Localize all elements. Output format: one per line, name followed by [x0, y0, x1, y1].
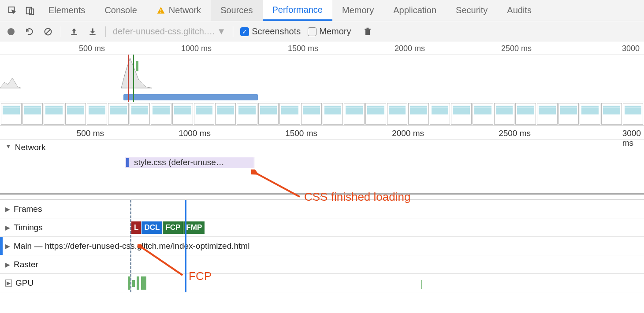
performance-toolbar: defer-unused-css.glitch.… ▼ ✓ Screenshot… — [0, 21, 644, 42]
memory-checkbox[interactable] — [308, 27, 316, 36]
frames-track[interactable]: ▶ Frames — [0, 200, 644, 218]
tab-performance[interactable]: Performance — [263, 0, 333, 21]
flamechart-pane: ▶ Frames ▶ Timings L DCL FCP FMP ▶ Main … — [0, 200, 644, 292]
tab-memory[interactable]: Memory — [332, 0, 383, 21]
screenshot-thumb[interactable] — [215, 103, 236, 125]
ruler-tick: 500 ms — [77, 129, 107, 138]
network-track-label: Network — [15, 143, 46, 152]
disclosure-icon[interactable]: ▶ — [5, 280, 12, 287]
tab-elements[interactable]: Elements — [39, 0, 95, 21]
network-request-label: style.css (defer-unuse… — [134, 158, 224, 167]
disclosure-icon[interactable]: ▶ — [5, 261, 10, 268]
screenshot-thumb[interactable] — [22, 103, 43, 125]
screenshot-thumb[interactable] — [108, 103, 129, 125]
network-track[interactable]: ▼ Network style.css (defer-unuse… — [0, 140, 644, 195]
network-request-bar[interactable]: style.css (defer-unuse… — [125, 157, 254, 168]
screenshot-thumb[interactable] — [473, 103, 493, 125]
ruler-tick: 1000 ms — [181, 44, 213, 53]
svg-rect-12 — [366, 27, 369, 29]
ruler-tick: 2000 ms — [392, 129, 427, 138]
screenshot-thumb[interactable] — [87, 103, 108, 125]
disclosure-icon[interactable]: ▶ — [5, 206, 10, 213]
device-toggle-icon[interactable] — [21, 6, 39, 15]
download-icon[interactable] — [87, 26, 98, 37]
record-icon[interactable] — [5, 26, 17, 37]
timings-track[interactable]: ▶ Timings L DCL FCP FMP — [0, 218, 644, 237]
timing-fcp-badge[interactable]: FCP — [163, 221, 183, 234]
screenshot-thumb[interactable] — [151, 103, 171, 125]
screenshot-thumb[interactable] — [494, 103, 515, 125]
overview-timeline[interactable]: 500 ms 1000 ms 1500 ms 2000 ms 2500 ms 3… — [0, 42, 644, 102]
timing-load-badge[interactable]: L — [131, 221, 141, 234]
separator — [61, 26, 61, 37]
screenshot-thumb[interactable] — [430, 103, 450, 125]
svg-rect-11 — [365, 29, 370, 30]
profile-name: defer-unused-css.glitch.… — [113, 26, 215, 37]
warning-icon — [156, 6, 165, 15]
selection-range-bar[interactable] — [123, 94, 258, 100]
inspect-element-icon[interactable] — [4, 6, 21, 15]
raster-track[interactable]: ▶ Raster — [0, 255, 644, 274]
screenshot-thumb[interactable] — [44, 103, 64, 125]
screenshot-thumb[interactable] — [365, 103, 386, 125]
screenshot-thumb[interactable] — [279, 103, 300, 125]
overview-ruler: 500 ms 1000 ms 1500 ms 2000 ms 2500 ms 3… — [0, 42, 644, 55]
screenshot-thumb[interactable] — [237, 103, 257, 125]
screenshot-thumb[interactable] — [1, 103, 22, 125]
screenshot-thumb[interactable] — [580, 103, 600, 125]
screenshot-thumb[interactable] — [451, 103, 472, 125]
screenshot-thumb[interactable] — [323, 103, 343, 125]
ruler-tick: 3000 — [622, 44, 641, 53]
tab-sources[interactable]: Sources — [211, 0, 262, 21]
timing-fmp-badge[interactable]: FMP — [183, 221, 205, 234]
screenshot-thumb[interactable] — [344, 103, 365, 125]
timing-badges: L DCL FCP FMP — [131, 221, 205, 234]
tab-audits[interactable]: Audits — [497, 0, 541, 21]
svg-line-7 — [46, 29, 50, 34]
screenshot-thumb[interactable] — [301, 103, 322, 125]
screenshots-checkbox-row[interactable]: ✓ Screenshots — [240, 26, 301, 37]
ruler-tick: 2000 ms — [395, 44, 427, 53]
overview-load-marker — [128, 55, 129, 102]
main-thread-track[interactable]: ▶ Main — https://defer-unused-css.glitch… — [0, 237, 644, 255]
disclosure-icon[interactable]: ▶ — [5, 224, 10, 231]
timing-dcl-badge[interactable]: DCL — [141, 221, 162, 234]
clear-icon[interactable] — [42, 26, 54, 37]
splitter-handle[interactable]: ⋯ — [0, 195, 644, 200]
disclosure-icon[interactable]: ▶ — [5, 243, 10, 250]
screenshot-thumb[interactable] — [194, 103, 215, 125]
screenshot-thumb[interactable] — [537, 103, 558, 125]
screenshots-checkbox[interactable]: ✓ — [240, 27, 249, 36]
screenshot-thumb[interactable] — [623, 103, 644, 125]
overview-flame[interactable] — [0, 55, 644, 102]
screenshot-thumb[interactable] — [601, 103, 622, 125]
tab-application[interactable]: Application — [383, 0, 446, 21]
gpu-track[interactable]: ▶ GPU — [0, 274, 644, 292]
tab-network[interactable]: Network — [147, 0, 211, 21]
screenshot-thumb[interactable] — [130, 103, 150, 125]
trash-icon[interactable] — [362, 26, 373, 37]
svg-rect-9 — [89, 34, 95, 35]
upload-icon[interactable] — [68, 26, 80, 37]
disclosure-icon[interactable]: ▼ — [5, 143, 11, 150]
separator — [233, 26, 233, 37]
svg-point-5 — [7, 28, 15, 35]
tab-console[interactable]: Console — [95, 0, 146, 21]
tab-security[interactable]: Security — [446, 0, 497, 21]
screenshot-thumb[interactable] — [387, 103, 408, 125]
screenshots-label: Screenshots — [252, 26, 301, 37]
screenshot-thumb[interactable] — [515, 103, 536, 125]
svg-rect-4 — [160, 12, 161, 13]
screenshot-thumb[interactable] — [65, 103, 86, 125]
screenshot-filmstrip[interactable] — [0, 102, 644, 126]
reload-icon[interactable] — [24, 26, 35, 37]
screenshot-thumb[interactable] — [172, 103, 193, 125]
screenshot-thumb[interactable] — [408, 103, 429, 125]
screenshot-thumb[interactable] — [558, 103, 579, 125]
memory-checkbox-row[interactable]: Memory — [308, 26, 351, 37]
svg-rect-8 — [71, 34, 77, 35]
screenshot-thumb[interactable] — [258, 103, 279, 125]
profile-selector[interactable]: defer-unused-css.glitch.… ▼ — [113, 26, 226, 37]
ruler-tick: 1000 ms — [179, 129, 213, 138]
separator — [105, 26, 106, 37]
